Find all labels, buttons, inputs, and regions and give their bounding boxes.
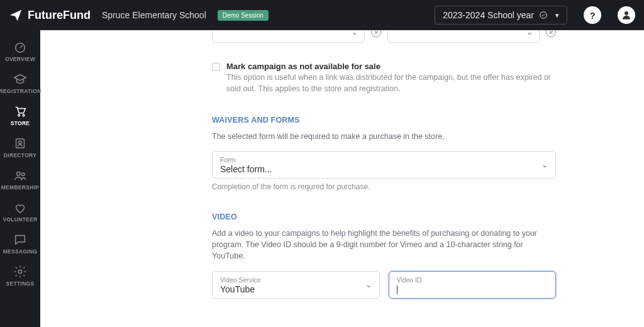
chevron-down-icon: ⌄ (541, 160, 548, 169)
hand-heart-icon (13, 201, 27, 214)
chevron-down-icon: ⌄ (365, 280, 372, 289)
close-icon: ✕ (548, 30, 553, 36)
field-value (397, 284, 548, 294)
close-icon: ✕ (374, 30, 379, 36)
svg-point-6 (19, 141, 22, 144)
sidebar-item-label: SETTINGS (6, 280, 35, 287)
school-name: Spruce Elementary School (102, 10, 206, 20)
svg-point-1 (625, 11, 628, 15)
mark-unavailable-checkbox[interactable] (212, 63, 220, 71)
sidebar-item-registration[interactable]: REGISTRATION (0, 67, 40, 98)
sidebar: OVERVIEW REGISTRATION STORE DIRECTORY ME… (0, 30, 40, 327)
form-select[interactable]: Form Select form... ⌄ (212, 151, 556, 179)
account-avatar[interactable] (618, 6, 635, 24)
sidebar-item-label: VOLUNTEER (3, 216, 37, 223)
sidebar-item-label: MESSAGING (3, 248, 38, 255)
checkbox-description: This option is useful when a link was di… (226, 72, 556, 94)
sidebar-item-overview[interactable]: OVERVIEW (0, 35, 40, 66)
field-value: Select form... (220, 164, 548, 174)
remove-button[interactable]: ✕ (371, 30, 381, 37)
paper-plane-icon (9, 8, 23, 22)
user-icon (621, 9, 632, 21)
chevron-down-icon: ▾ (555, 11, 559, 19)
contacts-icon (13, 136, 27, 150)
sidebar-item-label: DIRECTORY (4, 152, 36, 158)
sidebar-item-membership[interactable]: MEMBERSHIP (0, 164, 40, 194)
checkbox-title: Mark campaign as not available for sale (226, 62, 556, 71)
school-year-label: 2023-2024 School year (443, 10, 534, 20)
sidebar-item-label: OVERVIEW (5, 56, 35, 62)
chat-icon (13, 233, 27, 247)
sidebar-item-label: MEMBERSHIP (1, 184, 40, 191)
remove-button[interactable]: ✕ (546, 30, 556, 37)
chevron-down-icon: ⌄ (526, 30, 533, 36)
sidebar-item-volunteer[interactable]: VOLUNTEER (0, 196, 40, 226)
svg-point-7 (17, 172, 21, 176)
brand-logo: FutureFund (9, 8, 91, 22)
chevron-down-icon: ⌄ (352, 30, 358, 36)
users-icon (13, 169, 27, 182)
field-label: Video ID (397, 276, 548, 284)
sidebar-item-directory[interactable]: DIRECTORY (0, 131, 40, 162)
help-button[interactable]: ? (584, 6, 601, 24)
field-value: YouTube (220, 284, 372, 294)
svg-point-3 (18, 114, 20, 116)
waivers-section-title: WAIVERS AND FORMS (212, 116, 556, 125)
svg-point-2 (16, 43, 25, 53)
svg-point-4 (23, 114, 25, 116)
graduation-icon (13, 72, 27, 86)
cart-icon (13, 104, 27, 118)
waivers-note: Completion of the form is requred for pu… (212, 182, 556, 191)
field-label: Video Service (220, 276, 372, 284)
gauge-icon (13, 40, 27, 54)
video-service-select[interactable]: Video Service YouTube ⌄ (212, 271, 380, 299)
select-field[interactable]: ⌄ (387, 30, 540, 43)
sidebar-item-label: STORE (11, 120, 30, 126)
check-circle-icon (539, 11, 548, 19)
waivers-section-desc: The selected form will be required to ma… (212, 131, 556, 142)
sidebar-item-store[interactable]: STORE (0, 99, 40, 130)
school-year-selector[interactable]: 2023-2024 School year ▾ (435, 6, 567, 25)
select-field[interactable]: ⌄ (212, 30, 365, 43)
gear-icon (13, 265, 27, 279)
svg-point-8 (21, 173, 25, 176)
demo-badge: Demo Session (218, 10, 269, 21)
video-section-title: VIDEO (212, 213, 556, 221)
video-id-input[interactable]: Video ID (389, 271, 557, 299)
field-label: Form (220, 156, 548, 164)
sidebar-item-settings[interactable]: SETTINGS (0, 260, 40, 291)
sidebar-item-label: REGISTRATION (0, 88, 42, 94)
sidebar-item-messaging[interactable]: MESSAGING (0, 228, 40, 258)
svg-point-9 (18, 270, 22, 274)
brand-name: FutureFund (28, 9, 91, 22)
video-section-desc: Add a video to your campaigns to help hi… (212, 228, 556, 262)
